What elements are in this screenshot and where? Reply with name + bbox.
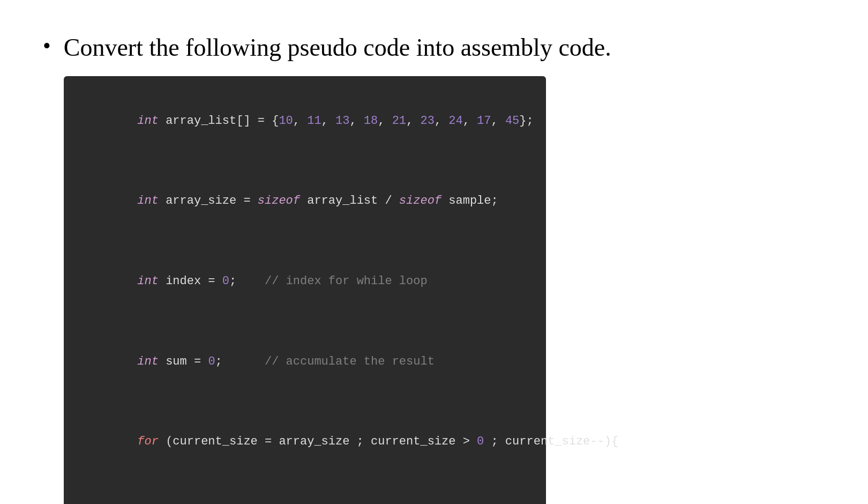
code-line-6: while ( index < current_size){ xyxy=(81,492,529,504)
bullet-text-1: Convert the following pseudo code into a… xyxy=(64,34,611,61)
code-line-5: for (current_size = array_size ; current… xyxy=(81,412,529,472)
bullet-content-1: Convert the following pseudo code into a… xyxy=(64,32,611,504)
code-block: int array_list[] = {10, 11, 13, 18, 21, … xyxy=(64,76,546,505)
code-line-blank-1 xyxy=(81,151,529,171)
code-line-blank-2 xyxy=(81,231,529,251)
code-line-blank-4 xyxy=(81,391,529,411)
bullet-dot-1: • xyxy=(43,32,51,59)
code-line-blank-5 xyxy=(81,472,529,492)
code-line-1: int array_list[] = {10, 11, 13, 18, 21, … xyxy=(81,91,529,151)
code-line-blank-3 xyxy=(81,312,529,331)
code-line-4: int sum = 0; // accumulate the result xyxy=(81,331,529,391)
bullet-item-1: • Convert the following pseudo code into… xyxy=(43,32,825,504)
code-line-2: int array_size = sizeof array_list / siz… xyxy=(81,171,529,231)
code-line-3: int index = 0; // index for while loop xyxy=(81,251,529,312)
